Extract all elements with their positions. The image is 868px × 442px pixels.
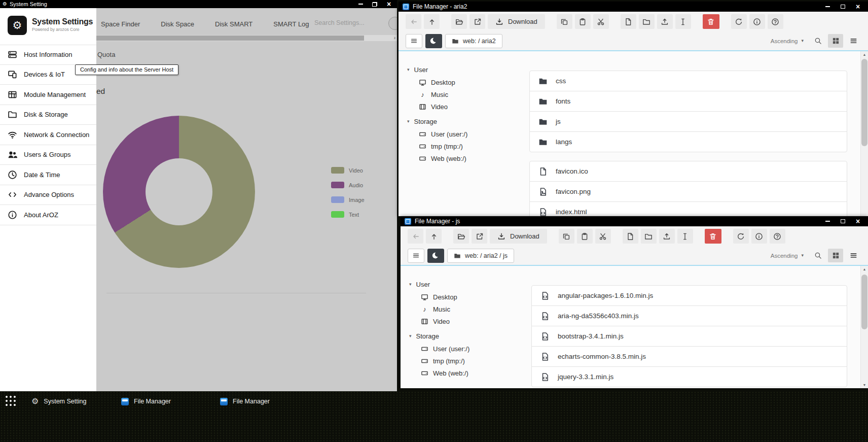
folder-row[interactable]: fonts	[529, 91, 847, 112]
sidebar-item-users-groups[interactable]: Users & Groups	[0, 145, 96, 165]
sidebar-item-module-management[interactable]: Module Management	[0, 85, 96, 105]
tree-section-storage[interactable]: ▾Storage	[409, 330, 528, 343]
tree-item-desktop[interactable]: Desktop	[421, 291, 528, 303]
file-row[interactable]: aria-ng-da5356c403.min.js	[531, 305, 847, 326]
minimize-button[interactable]	[355, 1, 366, 7]
tree-section-user[interactable]: ▾User	[409, 278, 528, 291]
scrollbar[interactable]: ▲	[860, 51, 868, 216]
sidebar-item-host-information[interactable]: Host Information	[0, 45, 96, 65]
list-view-button[interactable]	[846, 34, 861, 48]
rename-button[interactable]	[677, 229, 693, 244]
download-button[interactable]: Download	[488, 14, 545, 29]
tree-section-storage[interactable]: ▾Storage	[407, 115, 526, 128]
minimize-button[interactable]	[821, 3, 834, 11]
search-button[interactable]	[810, 249, 825, 262]
file-row[interactable]: favicon.png	[529, 181, 847, 202]
folder-row[interactable]: langs	[529, 131, 847, 152]
new-file-button[interactable]	[621, 14, 636, 29]
tree-item-user-drive[interactable]: User (user:/)	[419, 128, 526, 140]
file-row[interactable]: favicon.ico	[529, 161, 847, 182]
open-in-new-button[interactable]	[472, 229, 487, 244]
copy-button[interactable]	[557, 14, 572, 29]
up-button[interactable]	[424, 14, 440, 29]
sort-order-dropdown[interactable]: Ascending▾	[771, 253, 804, 259]
tree-item-music[interactable]: ♪Music	[421, 303, 528, 315]
scrollbar[interactable]: ▲ ▼	[860, 266, 868, 388]
tree-item-music[interactable]: ♪Music	[419, 88, 526, 100]
app-grid-icon[interactable]	[5, 395, 16, 406]
minimize-button[interactable]	[821, 218, 834, 225]
properties-button[interactable]	[751, 229, 767, 244]
close-button[interactable]: ×	[852, 3, 864, 11]
breadcrumb[interactable]: web: / aria2	[445, 34, 502, 48]
scrollbar-thumb[interactable]	[861, 275, 867, 329]
tabs-horizontal-scrollbar[interactable]: ›	[96, 35, 397, 41]
taskbar-item-file-manager-2[interactable]: File Manager	[220, 395, 270, 407]
dark-mode-toggle[interactable]	[425, 34, 442, 48]
new-folder-button[interactable]	[641, 229, 657, 244]
menu-button[interactable]	[408, 249, 424, 263]
dark-mode-toggle[interactable]	[427, 249, 444, 263]
help-circle-button[interactable]	[388, 17, 397, 30]
sidebar-item-disk-storage[interactable]: Disk & Storage	[0, 105, 96, 125]
download-button[interactable]: Download	[490, 229, 547, 244]
properties-button[interactable]	[749, 14, 765, 29]
file-row[interactable]: angular-packages-1.6.10.min.js	[531, 285, 847, 306]
sidebar-item-network-connection[interactable]: Network & Connection	[0, 125, 96, 145]
maximize-button[interactable]	[837, 218, 849, 225]
rename-button[interactable]	[675, 14, 691, 29]
open-button[interactable]	[451, 14, 467, 29]
scroll-up-arrow-icon[interactable]: ▲	[861, 53, 868, 56]
maximize-button[interactable]	[837, 3, 849, 11]
up-button[interactable]	[426, 229, 442, 244]
tab-space-finder[interactable]: Space Finder	[101, 20, 140, 28]
upload-button[interactable]	[659, 229, 675, 244]
file-row[interactable]: jquery-3.3.1.min.js	[531, 366, 847, 387]
grid-view-button[interactable]	[828, 249, 843, 262]
upload-button[interactable]	[657, 14, 673, 29]
tree-item-desktop[interactable]: Desktop	[419, 76, 526, 88]
tree-item-web-drive[interactable]: Web (web:/)	[421, 367, 528, 379]
sidebar-item-about-aroz[interactable]: About ArOZ	[0, 205, 96, 225]
paste-button[interactable]	[577, 229, 593, 244]
taskbar-item-file-manager-1[interactable]: File Manager	[121, 395, 171, 407]
tree-item-video[interactable]: Video	[419, 100, 526, 113]
scrollbar-thumb[interactable]	[96, 36, 364, 41]
tree-item-web-drive[interactable]: Web (web:/)	[419, 152, 526, 164]
scroll-down-arrow-icon[interactable]: ▼	[861, 383, 868, 387]
tree-item-user-drive[interactable]: User (user:/)	[421, 343, 528, 355]
sidebar-item-date-time[interactable]: Date & Time	[0, 165, 96, 185]
open-in-new-button[interactable]	[469, 14, 485, 29]
delete-button[interactable]	[703, 14, 719, 29]
back-button[interactable]	[406, 14, 421, 29]
cut-button[interactable]	[595, 229, 611, 244]
tree-item-video[interactable]: Video	[421, 315, 528, 327]
list-view-button[interactable]	[846, 249, 861, 262]
tree-item-tmp-drive[interactable]: tmp (tmp:/)	[421, 355, 528, 367]
cut-button[interactable]	[593, 14, 609, 29]
tree-section-user[interactable]: ▾User	[407, 63, 526, 76]
tab-disk-smart[interactable]: Disk SMART	[215, 20, 252, 28]
tab-smart-log[interactable]: SMART Log	[273, 20, 309, 28]
settings-search-input[interactable]	[314, 19, 390, 26]
refresh-button[interactable]	[733, 229, 749, 244]
copy-button[interactable]	[559, 229, 574, 244]
folder-row[interactable]: css	[529, 71, 847, 91]
paste-button[interactable]	[575, 14, 591, 29]
breadcrumb[interactable]: web: / aria2 / js	[447, 249, 514, 263]
refresh-button[interactable]	[731, 14, 747, 29]
help-button[interactable]	[768, 14, 783, 29]
titlebar[interactable]: ⚙ System Setting ×	[0, 0, 397, 8]
new-file-button[interactable]	[623, 229, 638, 244]
sidebar-item-advance-options[interactable]: Advance Options	[0, 185, 96, 206]
scroll-right-arrow-icon[interactable]: ›	[394, 35, 395, 41]
new-folder-button[interactable]	[639, 14, 655, 29]
scrollbar-thumb[interactable]	[861, 59, 867, 146]
close-button[interactable]: ×	[383, 1, 394, 7]
folder-row[interactable]: js	[529, 111, 847, 132]
scroll-up-arrow-icon[interactable]: ▲	[861, 267, 868, 271]
back-button[interactable]	[408, 229, 423, 244]
grid-view-button[interactable]	[828, 34, 843, 48]
tab-disk-space[interactable]: Disk Space	[161, 20, 194, 28]
file-row[interactable]: bootstrap-3.4.1.min.js	[531, 326, 847, 347]
